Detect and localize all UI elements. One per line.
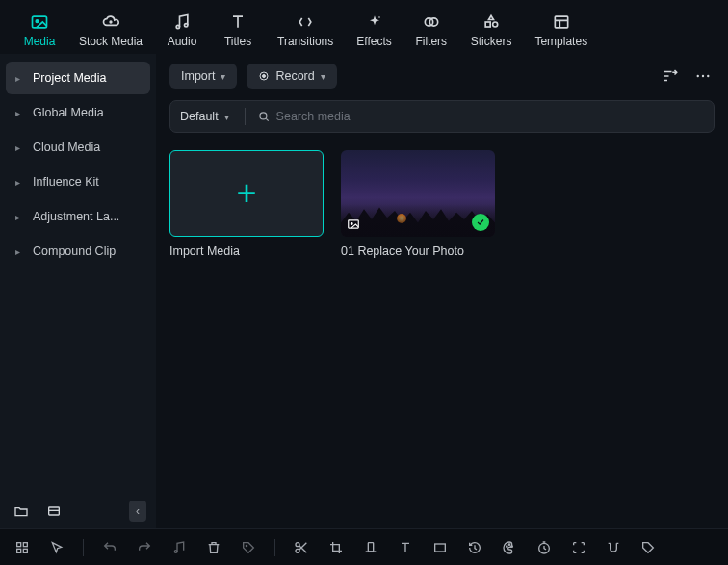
sidebar-item-adjustment-layer[interactable]: ▸ Adjustment La...	[6, 200, 150, 233]
import-label: Import	[181, 69, 215, 83]
svg-point-2	[110, 21, 112, 23]
sidebar-item-label: Influence Kit	[33, 175, 99, 189]
sidebar-item-label: Compound Clip	[33, 244, 116, 258]
topnav-item-stickers[interactable]: Stickers	[459, 9, 524, 52]
grid-tool-icon[interactable]	[13, 539, 31, 556]
svg-rect-8	[485, 22, 490, 27]
sort-label: Default	[180, 110, 219, 123]
new-bin-icon[interactable]	[42, 500, 65, 523]
svg-point-30	[507, 546, 507, 547]
separator	[83, 539, 84, 556]
svg-rect-23	[23, 549, 27, 552]
sort-select[interactable]: Default ▾	[180, 110, 239, 123]
sidebar-item-global-media[interactable]: ▸ Global Media	[6, 96, 150, 129]
caret-down-icon: ▾	[221, 71, 225, 82]
image-type-icon	[347, 218, 360, 231]
svg-point-3	[176, 25, 179, 28]
sidebar-item-project-media[interactable]: ▸ Project Media	[6, 62, 150, 94]
import-button[interactable]: Import ▾	[169, 64, 237, 89]
topnav-label: Stickers	[471, 35, 512, 48]
tag2-icon[interactable]	[639, 539, 657, 556]
sidebar-item-compound-clip[interactable]: ▸ Compound Clip	[6, 235, 150, 268]
chevron-right-icon: ▸	[15, 212, 23, 222]
svg-point-25	[246, 545, 247, 546]
collapse-sidebar-button[interactable]: ‹	[129, 501, 146, 522]
orient-icon[interactable]	[362, 539, 379, 556]
bottom-toolbar	[0, 528, 728, 565]
chevron-right-icon: ▸	[15, 177, 23, 188]
svg-rect-21	[23, 542, 27, 546]
svg-point-19	[351, 223, 352, 225]
filter-list-icon[interactable]	[659, 64, 682, 88]
svg-point-31	[508, 544, 509, 545]
topnav-label: Transitions	[277, 35, 333, 48]
new-folder-icon[interactable]	[10, 500, 33, 523]
topnav-item-audio[interactable]: Audio	[154, 9, 210, 52]
sidebar-item-label: Adjustment La...	[33, 210, 119, 223]
svg-point-24	[174, 550, 177, 552]
caret-down-icon: ▾	[321, 71, 325, 82]
topnav-item-stock-media[interactable]: Stock Media	[67, 9, 154, 52]
history-icon[interactable]	[466, 539, 483, 556]
palette-icon[interactable]	[501, 539, 518, 556]
search-input[interactable]	[276, 110, 704, 123]
svg-rect-29	[435, 544, 446, 552]
topnav-item-titles[interactable]: Titles	[210, 9, 266, 52]
import-media-tile[interactable]: + Import Media	[169, 150, 324, 258]
topnav-label: Effects	[356, 35, 391, 48]
topnav-label: Media	[24, 35, 56, 48]
svg-point-9	[493, 22, 498, 27]
audio-sync-icon[interactable]	[170, 539, 188, 556]
topnav-label: Audio	[168, 35, 197, 48]
image-icon	[30, 13, 49, 32]
topnav-item-media[interactable]: Media	[12, 9, 67, 52]
scissors-icon[interactable]	[293, 539, 310, 556]
sidebar-item-label: Project Media	[33, 71, 106, 85]
topnav-label: Titles	[224, 35, 251, 48]
text-icon	[228, 13, 247, 32]
cloud-image-icon	[101, 13, 120, 32]
text-tool-icon[interactable]	[397, 539, 414, 556]
svg-rect-28	[368, 542, 373, 551]
svg-rect-10	[555, 16, 567, 28]
music-icon	[172, 13, 192, 32]
sidebar-item-influence-kit[interactable]: ▸ Influence Kit	[6, 166, 150, 198]
divider	[245, 108, 246, 125]
svg-point-15	[702, 75, 704, 77]
redo-icon[interactable]	[136, 539, 153, 556]
rectangle-icon[interactable]	[431, 539, 449, 556]
svg-rect-20	[17, 542, 21, 546]
record-button[interactable]: Record ▾	[247, 64, 336, 89]
media-tile[interactable]: 01 Replace Your Photo	[341, 150, 495, 258]
snap-icon[interactable]	[605, 539, 622, 556]
svg-point-5	[378, 16, 380, 18]
more-menu-icon[interactable]	[691, 64, 715, 88]
svg-point-17	[260, 113, 267, 119]
topnav-item-effects[interactable]: Effects	[345, 9, 403, 52]
top-nav: Media Stock Media Audio Titles Transitio…	[0, 0, 728, 54]
sidebar-item-label: Cloud Media	[33, 141, 100, 154]
sidebar-item-cloud-media[interactable]: ▸ Cloud Media	[6, 131, 150, 164]
topnav-item-filters[interactable]: Filters	[403, 9, 459, 52]
edge-detect-icon[interactable]	[570, 539, 587, 556]
topnav-item-templates[interactable]: Templates	[523, 9, 599, 52]
trash-icon[interactable]	[205, 539, 222, 556]
svg-point-13	[263, 75, 266, 78]
svg-rect-0	[33, 16, 47, 28]
topnav-label: Stock Media	[79, 35, 143, 48]
svg-point-4	[185, 23, 188, 26]
tile-label: 01 Replace Your Photo	[341, 244, 495, 258]
template-icon	[552, 13, 571, 32]
venn-icon	[422, 13, 441, 32]
transition-icon	[296, 13, 315, 32]
svg-point-16	[707, 75, 709, 77]
tag-icon[interactable]	[240, 539, 257, 556]
caret-down-icon: ▾	[224, 112, 229, 122]
undo-icon[interactable]	[101, 539, 118, 556]
topnav-item-transitions[interactable]: Transitions	[266, 9, 345, 52]
timer-icon[interactable]	[535, 539, 553, 556]
sidebar: ▸ Project Media ▸ Global Media ▸ Cloud M…	[0, 54, 156, 528]
cursor-tool-icon[interactable]	[48, 539, 65, 556]
search-bar: Default ▾	[169, 100, 715, 133]
crop-icon[interactable]	[327, 539, 345, 556]
